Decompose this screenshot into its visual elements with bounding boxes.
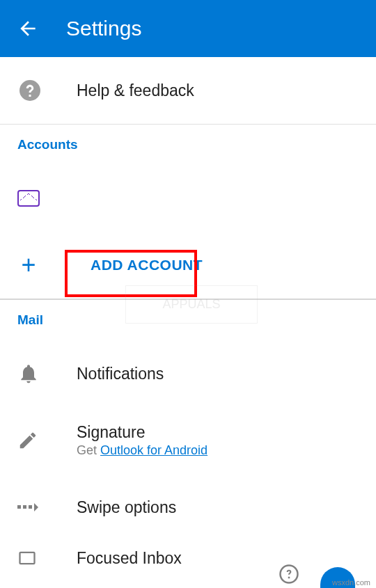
help-icon	[17, 78, 42, 103]
signature-prefix: Get	[77, 443, 100, 457]
inbox-icon	[17, 548, 37, 568]
help-circle-icon	[279, 564, 299, 585]
accounts-section-header: Accounts	[0, 125, 376, 165]
signature-row[interactable]: Signature Get Outlook for Android	[0, 407, 376, 474]
svg-rect-3	[29, 505, 32, 509]
swipe-options-row[interactable]: Swipe options	[0, 474, 376, 541]
bell-icon	[17, 363, 40, 385]
account-row[interactable]	[0, 165, 376, 232]
notifications-row[interactable]: Notifications	[0, 340, 376, 407]
pencil-icon	[17, 430, 38, 451]
mail-icon	[17, 190, 40, 207]
notifications-label: Notifications	[77, 365, 164, 383]
app-header: Settings	[0, 0, 376, 57]
signature-label: Signature	[77, 423, 207, 442]
svg-rect-2	[23, 505, 26, 509]
help-feedback-label: Help & feedback	[77, 81, 194, 100]
focused-inbox-row[interactable]: Focused Inbox	[0, 541, 376, 575]
add-account-label: ADD ACCOUNT	[91, 257, 203, 273]
back-button[interactable]	[14, 15, 42, 42]
help-feedback-row[interactable]: Help & feedback	[0, 57, 376, 124]
page-title: Settings	[66, 17, 141, 40]
mail-section-header: Mail	[0, 300, 376, 340]
swipe-icon	[17, 500, 40, 514]
swipe-options-label: Swipe options	[77, 498, 176, 517]
add-account-row[interactable]: + ADD ACCOUNT	[0, 232, 376, 299]
plus-icon: +	[17, 251, 40, 280]
focused-inbox-label: Focused Inbox	[77, 549, 182, 568]
signature-link[interactable]: Outlook for Android	[100, 443, 207, 457]
signature-subtitle: Get Outlook for Android	[77, 443, 207, 458]
attribution-text: wsxdn.com	[332, 578, 370, 587]
svg-rect-4	[20, 553, 35, 564]
svg-rect-1	[17, 505, 21, 509]
arrow-left-icon	[17, 17, 39, 40]
